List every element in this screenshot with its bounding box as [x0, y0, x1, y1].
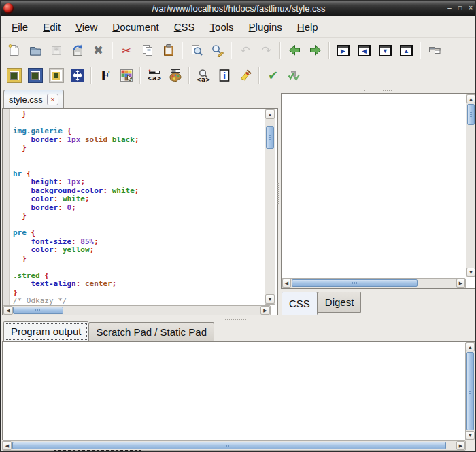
- save-as-icon[interactable]: [67, 40, 88, 61]
- close-file-icon[interactable]: ✖: [88, 40, 109, 61]
- tab-style-css[interactable]: style.css ×: [3, 90, 64, 109]
- menu-css[interactable]: CSS: [167, 18, 203, 36]
- collapsed-triangle-icon[interactable]: ▷: [297, 138, 303, 145]
- collapsed-triangle-icon[interactable]: ▷: [297, 197, 303, 205]
- scroll-left-icon[interactable]: ◀: [3, 306, 13, 315]
- panel-right-icon[interactable]: ▶: [333, 40, 354, 61]
- close-tab-icon[interactable]: ×: [47, 94, 58, 105]
- panel-up-icon[interactable]: ▲: [396, 40, 417, 61]
- collapsed-triangle-icon[interactable]: ▷: [297, 237, 303, 244]
- close-button[interactable]: ×: [469, 5, 473, 12]
- new-document-icon[interactable]: [3, 40, 24, 61]
- menu-plugins[interactable]: Plugins: [241, 18, 290, 36]
- panel-down-icon[interactable]: ▼: [375, 40, 396, 61]
- tree-item-background-color[interactable]: ▷background-color: [282, 191, 466, 211]
- tree-item-background[interactable]: ▷background: [282, 152, 466, 171]
- link-slider-icon[interactable]: <a>: [143, 65, 165, 86]
- output-vscrollbar[interactable]: ▲ ▼: [465, 342, 475, 440]
- find-icon[interactable]: [186, 40, 207, 61]
- collapsed-triangle-icon[interactable]: ▷: [297, 256, 303, 264]
- collapsed-triangle-icon[interactable]: ▷: [297, 276, 303, 277]
- editor-vscrollbar[interactable]: ▲ ▼: [265, 109, 275, 305]
- menu-file[interactable]: File: [4, 18, 35, 36]
- font-bold-icon[interactable]: F: [95, 65, 116, 86]
- tree-item-background-position[interactable]: ▷background-position: [282, 230, 466, 250]
- color-grid-icon[interactable]: [116, 65, 137, 86]
- menu-edit[interactable]: Edit: [35, 18, 68, 36]
- minimize-button[interactable]: –: [447, 5, 452, 12]
- tab-scratch-pad[interactable]: Scratch Pad / Static Pad: [88, 322, 214, 341]
- code-line: /* Odkazy */: [13, 297, 267, 306]
- back-icon[interactable]: [284, 40, 305, 61]
- menu-tools[interactable]: Tools: [203, 18, 241, 36]
- css-panel-vscrollbar[interactable]: ▲ ▼: [466, 94, 476, 277]
- pane-splitter-handle[interactable]: [277, 169, 279, 204]
- find-attribute-icon[interactable]: <a>: [192, 65, 214, 86]
- editor-vscroll-thumb[interactable]: [266, 126, 274, 149]
- info-icon[interactable]: i: [214, 65, 235, 86]
- editor-hscrollbar[interactable]: ◀ ▶: [3, 305, 271, 315]
- code-editor[interactable]: } img.galerie { border: 1px solid black;…: [10, 109, 267, 306]
- right-panel-grip[interactable]: [364, 90, 393, 91]
- column-version[interactable]: Version: [290, 94, 322, 111]
- cut-icon[interactable]: ✂: [116, 40, 137, 61]
- maximize-button[interactable]: □: [458, 5, 462, 12]
- column-property[interactable]: Property: [349, 94, 385, 111]
- validate-icon[interactable]: ✔: [262, 65, 284, 86]
- titlebar[interactable]: /var/www/localhost/htdocs/fastlinux/styl…: [1, 1, 476, 16]
- tree-group-css-2[interactable]: ▽CSS-2: [282, 112, 466, 132]
- windows-layout-icon[interactable]: [424, 40, 445, 61]
- toolbar-css: F<a><a>i✔: [1, 63, 476, 88]
- editor-hscroll-thumb[interactable]: [13, 307, 63, 314]
- menu-view[interactable]: View: [68, 18, 105, 36]
- output-hscrollbar[interactable]: ◀ ▶: [2, 440, 466, 451]
- cleanup-icon[interactable]: [235, 65, 256, 86]
- tree-item-background-attachment[interactable]: ▷background-attachment: [282, 171, 466, 191]
- collapsed-triangle-icon[interactable]: ▷: [297, 177, 303, 185]
- tab-digest[interactable]: Digest: [318, 292, 362, 313]
- frame-inner-icon[interactable]: [46, 65, 67, 86]
- scroll-right-icon[interactable]: ▶: [456, 279, 465, 288]
- frame-blue-icon[interactable]: [24, 65, 46, 86]
- column-separator[interactable]: [345, 95, 346, 110]
- scroll-up-icon[interactable]: ▲: [466, 94, 475, 103]
- scroll-left-icon[interactable]: ◀: [3, 441, 12, 450]
- tree-item-azimuth[interactable]: ▷azimuth: [282, 132, 466, 152]
- menu-help[interactable]: Help: [290, 18, 326, 36]
- scroll-right-icon[interactable]: ▶: [260, 306, 270, 315]
- css-panel-vscroll-thumb[interactable]: [467, 104, 475, 125]
- scroll-down-icon[interactable]: ▼: [466, 268, 475, 277]
- program-output-area[interactable]: [2, 341, 475, 440]
- tree-item-border[interactable]: ▷border: [282, 270, 466, 277]
- scroll-up-icon[interactable]: ▲: [466, 343, 475, 351]
- collapsed-triangle-icon[interactable]: ▷: [297, 217, 303, 224]
- scroll-down-icon[interactable]: ▼: [265, 294, 275, 304]
- tab-program-output[interactable]: Program output: [3, 321, 88, 341]
- tab-css[interactable]: CSS: [282, 292, 318, 315]
- expanded-triangle-icon[interactable]: ▽: [286, 118, 291, 126]
- scroll-left-icon[interactable]: ◀: [282, 279, 291, 288]
- scroll-down-icon[interactable]: ▼: [466, 431, 475, 440]
- tree-item-background-repeat[interactable]: ▷background-repeat: [282, 250, 466, 270]
- output-hscroll-thumb[interactable]: [12, 442, 446, 449]
- bottom-panel-grip[interactable]: [225, 319, 252, 320]
- frame-yellow-icon[interactable]: [3, 65, 24, 86]
- css-panel-hscroll-thumb[interactable]: [292, 279, 418, 287]
- menu-document[interactable]: Document: [105, 18, 166, 36]
- link-palette-icon[interactable]: [165, 65, 186, 86]
- open-folder-icon[interactable]: [24, 40, 46, 61]
- scroll-right-icon[interactable]: ▶: [456, 441, 465, 450]
- panel-left-icon[interactable]: ◀: [354, 40, 375, 61]
- scroll-up-icon[interactable]: ▲: [265, 109, 275, 119]
- margin-move-icon[interactable]: [67, 65, 88, 86]
- validate-all-icon[interactable]: [284, 65, 305, 86]
- css-panel-hscrollbar[interactable]: ◀ ▶: [282, 278, 466, 288]
- paste-icon[interactable]: [158, 40, 179, 61]
- tree-item-background-image[interactable]: ▷background-image: [282, 211, 466, 230]
- find-replace-icon[interactable]: [207, 40, 228, 61]
- forward-icon[interactable]: [305, 40, 326, 61]
- copy-icon[interactable]: [137, 40, 158, 61]
- output-vscroll-thumb[interactable]: [466, 352, 474, 430]
- tree-label: border: [349, 275, 376, 278]
- collapsed-triangle-icon[interactable]: ▷: [297, 158, 303, 165]
